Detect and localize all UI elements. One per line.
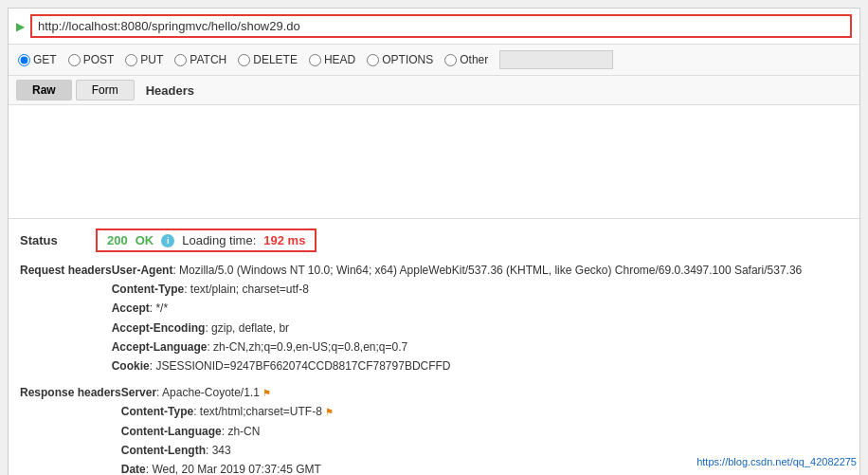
tab-raw[interactable]: Raw [16,80,72,100]
loading-label: Loading time: [182,233,256,247]
request-header-line: Accept: */* [112,300,848,318]
watermark: https://blog.csdn.net/qq_42082275 [696,456,857,467]
request-header-line: Accept-Language: zh-CN,zh;q=0.9,en-US;q=… [112,338,848,356]
method-options[interactable]: OPTIONS [367,53,433,66]
radio-options[interactable] [367,54,379,66]
method-row: GET POST PUT PATCH DELETE HEAD OPTIONS [9,45,859,76]
radio-delete[interactable] [238,54,250,66]
method-head[interactable]: HEAD [309,53,355,66]
loading-time: 192 ms [263,233,305,247]
method-delete-label: DELETE [253,53,298,66]
status-prefix-label: Status [20,233,96,247]
method-post[interactable]: POST [68,53,115,66]
status-code: 200 [107,233,128,247]
status-box: 200 OK i Loading time: 192 ms [96,228,316,252]
method-get-label: GET [33,53,57,66]
method-post-label: POST [83,53,115,66]
response-header-line: Content-Type: text/html;charset=UTF-8 ⚑ [121,403,848,421]
method-patch-label: PATCH [190,53,226,66]
request-header-line: Cookie: JSESSIONID=9247BF662074CCD8817CF… [112,357,848,375]
radio-patch[interactable] [174,54,187,66]
radio-put[interactable] [125,54,137,66]
radio-get[interactable] [18,54,30,66]
method-delete[interactable]: DELETE [238,53,298,66]
url-input[interactable] [30,14,852,38]
method-patch[interactable]: PATCH [174,53,226,66]
method-other[interactable]: Other [444,53,488,66]
tab-headers[interactable]: Headers [138,81,202,100]
other-method-input[interactable] [499,50,613,69]
method-get[interactable]: GET [18,53,57,66]
body-area[interactable] [9,105,859,219]
method-options-label: OPTIONS [382,53,433,66]
method-head-label: HEAD [324,53,355,66]
response-headers-label: Response headers [20,384,121,475]
bottom-section: Status 200 OK i Loading time: 192 ms Req… [9,219,859,475]
status-ok-text: OK [136,233,154,247]
request-header-line: Content-Type: text/plain; charset=utf-8 [112,281,848,299]
send-button[interactable]: ▶ [16,20,25,33]
method-other-label: Other [460,53,488,66]
radio-head[interactable] [309,54,321,66]
method-put[interactable]: PUT [125,53,163,66]
request-headers-section: Request headers User-Agent: Mozilla/5.0 … [20,262,848,376]
radio-other[interactable] [444,54,457,66]
info-icon[interactable]: i [161,234,174,247]
tabs-row: Raw Form Headers [9,76,859,105]
main-panel: ▶ GET POST PUT PATCH DELETE HEAD [8,8,860,475]
request-headers-values: User-Agent: Mozilla/5.0 (Windows NT 10.0… [112,262,848,376]
request-headers-label: Request headers [20,262,112,376]
response-header-line: Content-Language: zh-CN [121,423,848,441]
url-bar: ▶ [9,9,859,45]
method-put-label: PUT [140,53,163,66]
response-header-line: Server: Apache-Coyote/1.1 ⚑ [121,384,848,402]
tab-form[interactable]: Form [76,80,135,100]
request-header-line: User-Agent: Mozilla/5.0 (Windows NT 10.0… [112,262,848,280]
status-row: Status 200 OK i Loading time: 192 ms [20,228,848,252]
radio-post[interactable] [68,54,81,66]
request-header-line: Accept-Encoding: gzip, deflate, br [112,320,848,338]
